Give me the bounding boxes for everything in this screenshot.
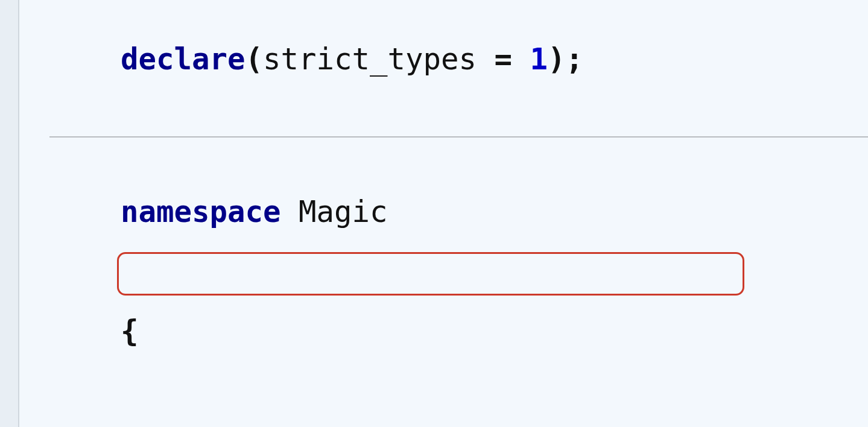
- keyword-declare: declare: [121, 42, 246, 77]
- keyword-namespace: namespace: [121, 195, 281, 229]
- space: [281, 195, 299, 229]
- code-line-1[interactable]: declare(strict_types = 1);: [49, 0, 868, 119]
- brace-open: {: [121, 314, 139, 349]
- code-line-2[interactable]: namespace Magic: [49, 152, 868, 271]
- code-editor[interactable]: declare(strict_types = 1); namespace Mag…: [19, 0, 868, 427]
- ident-magic: Magic: [299, 195, 388, 229]
- paren-open: (: [246, 42, 264, 77]
- section-separator: [49, 136, 868, 138]
- editor-gutter: [0, 0, 19, 427]
- number-literal: 1: [530, 42, 548, 77]
- code-line-4[interactable]: $isBlack = false;: [49, 391, 868, 427]
- equals: =: [477, 42, 530, 77]
- code-line-3[interactable]: {: [49, 272, 868, 391]
- stmt-end: );: [548, 42, 583, 77]
- ident-strict-types: strict_types: [263, 42, 477, 77]
